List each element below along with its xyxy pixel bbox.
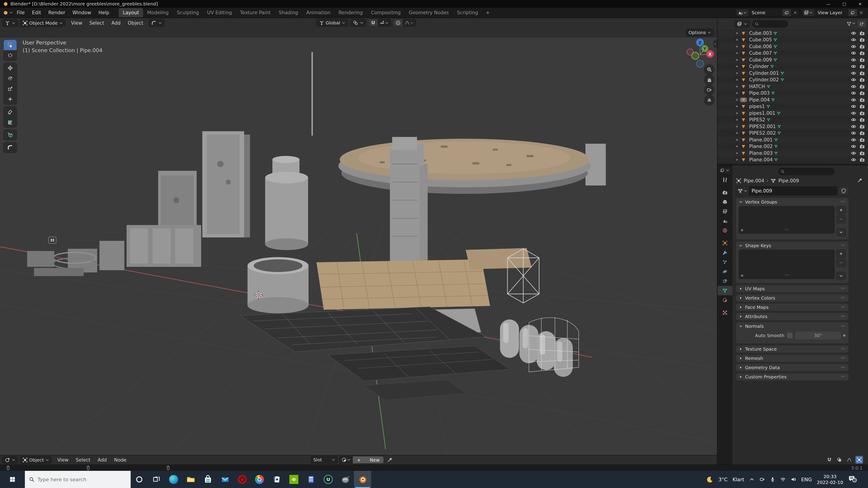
section-face-maps[interactable]: Face Maps xyxy=(736,304,848,311)
hide-in-viewport-eye-icon[interactable] xyxy=(851,124,856,129)
hide-in-viewport-eye-icon[interactable] xyxy=(851,31,856,36)
object-name[interactable]: Pipe.003 xyxy=(749,90,770,96)
workspace-tab[interactable]: Shading xyxy=(275,8,302,17)
expand-arrow-icon[interactable] xyxy=(735,144,740,149)
new-scene-button[interactable] xyxy=(782,9,791,16)
hide-in-viewport-eye-icon[interactable] xyxy=(851,77,856,83)
notification-center-button[interactable]: 3 xyxy=(848,475,858,484)
mode-selector[interactable]: Object Mode xyxy=(20,19,66,27)
new-material-button[interactable]: +New xyxy=(352,456,384,464)
expand-arrow-icon[interactable] xyxy=(735,64,740,68)
new-view-layer-button[interactable] xyxy=(848,9,857,16)
auto-smooth-checkbox[interactable] xyxy=(786,332,793,339)
menu-item[interactable]: Node xyxy=(110,456,130,464)
expand-arrow-icon[interactable] xyxy=(735,138,740,142)
expand-arrow-icon[interactable] xyxy=(735,104,740,108)
expand-arrow-icon[interactable] xyxy=(735,78,740,82)
transform-orientation-quick[interactable] xyxy=(149,19,164,27)
hide-in-viewport-eye-icon[interactable] xyxy=(851,70,856,76)
tab-object-data[interactable] xyxy=(717,286,733,295)
taskbar-app-edge[interactable] xyxy=(165,471,182,488)
transform-orientation-dropdown[interactable]: Global xyxy=(316,19,348,27)
tab-particles[interactable] xyxy=(717,257,733,267)
tab-world[interactable] xyxy=(717,226,733,235)
drag-grip-icon[interactable] xyxy=(840,356,846,361)
measure-tool[interactable] xyxy=(4,117,17,127)
view-layer-name[interactable]: View Layer xyxy=(814,10,848,15)
expand-arrow-icon[interactable] xyxy=(735,111,740,115)
taskbar-app-nvidia[interactable] xyxy=(285,471,303,488)
unlink-scene-button[interactable] xyxy=(791,9,800,16)
pipe-tool[interactable] xyxy=(4,142,17,153)
outliner-row[interactable]: Plane.003 xyxy=(717,150,868,157)
object-name[interactable]: Cylinder xyxy=(749,64,769,69)
outliner-row[interactable]: Cube.006 xyxy=(717,43,868,50)
outliner-row[interactable]: pipes1 xyxy=(717,103,868,110)
mesh-name-field[interactable]: Pipe.009 xyxy=(736,186,837,195)
outliner-row[interactable]: Cube.005 xyxy=(717,37,868,43)
workspace-tab[interactable]: Texture Paint xyxy=(236,8,275,17)
workspace-tab[interactable]: Geometry Nodes xyxy=(405,8,453,17)
section-attributes[interactable]: Attributes xyxy=(736,313,848,320)
properties-search-input[interactable] xyxy=(778,168,835,175)
disable-in-render-camera-icon[interactable] xyxy=(860,144,865,149)
disable-in-render-camera-icon[interactable] xyxy=(860,31,865,36)
menu-item[interactable]: Render xyxy=(45,8,69,17)
hide-in-viewport-eye-icon[interactable] xyxy=(851,57,856,63)
object-name[interactable]: Cylinder.001 xyxy=(749,70,779,76)
drag-grip-icon[interactable] xyxy=(840,295,846,301)
taskbar-app-game[interactable] xyxy=(234,471,251,488)
outliner-filter-dropdown[interactable] xyxy=(846,21,856,27)
breadcrumb-object[interactable]: Pipe.004 xyxy=(744,178,764,184)
section-texture-space[interactable]: Texture Space xyxy=(736,346,848,353)
taskbar-search-input[interactable] xyxy=(37,477,119,482)
hide-in-viewport-eye-icon[interactable] xyxy=(851,157,856,162)
disable-in-render-camera-icon[interactable] xyxy=(860,104,865,109)
tab-modifiers[interactable] xyxy=(717,248,733,257)
expand-arrow-icon[interactable] xyxy=(735,58,740,62)
expand-arrow-icon[interactable] xyxy=(735,51,740,55)
taskbar-app-calculator[interactable] xyxy=(303,471,320,488)
disable-in-render-camera-icon[interactable] xyxy=(860,151,865,156)
move-tool[interactable] xyxy=(4,63,17,73)
resize-grip-icon[interactable]: ▶ xyxy=(741,228,744,232)
remove-vertex-group-button[interactable] xyxy=(836,215,846,223)
hide-in-viewport-eye-icon[interactable] xyxy=(851,44,856,49)
workspace-tab[interactable]: Compositing xyxy=(367,8,405,17)
outliner-row[interactable]: Plane.004 xyxy=(717,157,868,163)
menu-item[interactable]: Help xyxy=(95,8,113,17)
drag-grip-icon[interactable] xyxy=(840,286,846,291)
vertex-group-specials-dropdown[interactable] xyxy=(836,228,846,236)
expand-arrow-icon[interactable] xyxy=(735,125,740,129)
section-remesh[interactable]: Remesh xyxy=(736,355,848,362)
hide-in-viewport-eye-icon[interactable] xyxy=(851,110,856,116)
remove-shape-key-button[interactable] xyxy=(836,259,846,267)
tab-output[interactable] xyxy=(717,197,733,207)
language-indicator[interactable]: ENG xyxy=(801,477,812,482)
viewport-canvas[interactable] xyxy=(0,37,717,455)
disable-in-render-camera-icon[interactable] xyxy=(860,84,865,89)
expand-arrow-icon[interactable] xyxy=(735,118,740,122)
properties-editor-type-dropdown[interactable] xyxy=(719,167,731,174)
hide-in-viewport-eye-icon[interactable] xyxy=(851,151,856,156)
browse-material-dropdown[interactable] xyxy=(340,456,352,463)
object-name[interactable]: PIPES2.002 xyxy=(749,130,776,136)
object-name[interactable]: Plane.004 xyxy=(749,157,773,162)
cursor-tool[interactable] xyxy=(4,50,17,61)
taskbar-app-task-view[interactable] xyxy=(148,471,165,488)
drag-grip-icon[interactable] xyxy=(840,243,846,248)
disable-in-render-camera-icon[interactable] xyxy=(860,130,865,136)
taskbar-app-iobit-uninstaller[interactable]: U xyxy=(320,471,337,488)
ortho-grid-button[interactable] xyxy=(704,95,715,105)
drag-grip-icon[interactable] xyxy=(840,324,846,329)
expand-arrow-icon[interactable] xyxy=(735,91,740,95)
tab-constraints[interactable] xyxy=(717,276,733,286)
annotate-tool[interactable] xyxy=(4,107,17,117)
viewport-3d-scene[interactable] xyxy=(0,37,717,455)
section-header[interactable]: Normals xyxy=(739,322,846,330)
expand-arrow-icon[interactable] xyxy=(735,98,740,102)
transform-tool[interactable] xyxy=(4,94,17,104)
object-name[interactable]: Cube.006 xyxy=(749,44,772,49)
start-button[interactable] xyxy=(0,471,25,488)
shader-type-selector[interactable]: Object xyxy=(20,456,52,464)
